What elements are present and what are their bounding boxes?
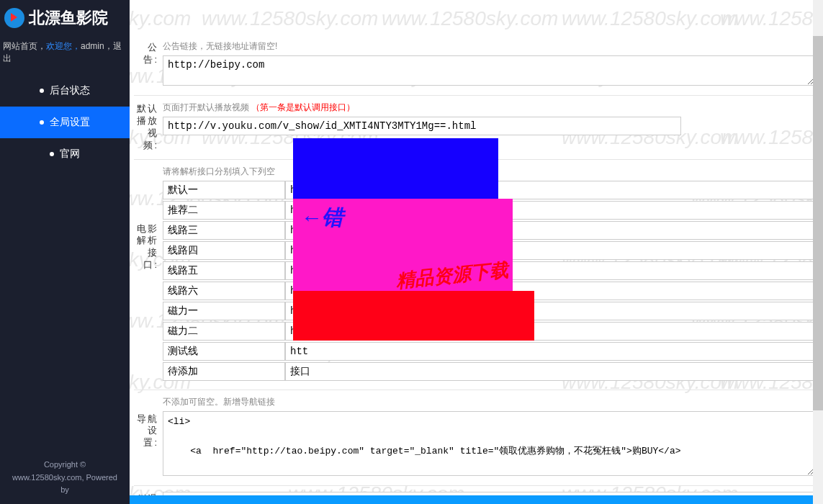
- parse-name-9[interactable]: [163, 362, 285, 381]
- nav-item-status[interactable]: 后台状态: [0, 75, 130, 107]
- nav-label: 后台状态: [50, 84, 90, 97]
- nav-setting-input[interactable]: [163, 411, 814, 476]
- default-video-help: 页面打开默认播放视频 （第一条是默认调用接口）: [163, 102, 814, 114]
- breadcrumb-home[interactable]: 网站首页，: [3, 41, 46, 51]
- nav-setting-help: 不添加可留空。新增导航链接: [163, 396, 814, 408]
- nav-label: 官网: [60, 148, 80, 161]
- bullet-icon: [40, 89, 44, 93]
- overlay-blue-block: [293, 138, 498, 199]
- footer-copyright: Copyright ©: [4, 459, 125, 472]
- breadcrumb: 网站首页，欢迎您，admin，退出: [0, 36, 130, 75]
- breadcrumb-user[interactable]: admin，: [81, 41, 113, 51]
- announce-input[interactable]: [163, 55, 814, 86]
- parse-name-4[interactable]: [163, 261, 285, 280]
- scroll-thumb[interactable]: [813, 36, 823, 410]
- breadcrumb-welcome: 欢迎您，: [46, 41, 81, 51]
- footer: Copyright © www.12580sky.com, Powered by: [0, 459, 130, 497]
- sidebar: 北漂鱼影院 网站首页，欢迎您，admin，退出 后台状态 全局设置 官网 Cop…: [0, 0, 130, 504]
- logo-text: 北漂鱼影院: [29, 7, 108, 29]
- logo-icon: [4, 8, 24, 28]
- parse-name-5[interactable]: [163, 282, 285, 300]
- announce-help: 公告链接，无链接地址请留空!: [163, 40, 814, 53]
- censor-overlay: ←错 精品资源下载: [293, 138, 534, 341]
- overlay-scribble-2: 精品资源下载: [395, 257, 510, 294]
- parse-name-7[interactable]: [163, 322, 285, 341]
- default-video-label: 默认播放视频:: [134, 102, 158, 152]
- footer-site: www.12580sky.com, Powered: [4, 472, 125, 485]
- parse-name-1[interactable]: [163, 201, 285, 220]
- parse-name-8[interactable]: [163, 342, 285, 361]
- parse-name-0[interactable]: [163, 181, 285, 199]
- default-video-input[interactable]: [163, 117, 681, 135]
- parse-label: 电影解析接口:: [134, 166, 158, 382]
- nav-label: 全局设置: [50, 116, 90, 129]
- overlay-magenta-block: ←错 精品资源下载: [293, 199, 513, 291]
- overlay-red-block: [293, 291, 534, 341]
- bullet-icon: [50, 152, 54, 156]
- parse-name-2[interactable]: [163, 221, 285, 240]
- logo: 北漂鱼影院: [0, 0, 130, 36]
- nav-item-global-settings[interactable]: 全局设置: [0, 107, 130, 138]
- vertical-scrollbar[interactable]: [813, 0, 823, 504]
- parse-url-9[interactable]: [285, 362, 814, 381]
- overlay-scribble-1: ←错: [300, 203, 343, 233]
- nav-setting-label: 导航设置:: [134, 396, 158, 478]
- nav-item-official-site[interactable]: 官网: [0, 138, 130, 170]
- parse-url-8[interactable]: [285, 342, 814, 361]
- announce-label: 公告:: [134, 40, 158, 88]
- bottom-progress-bar: [130, 495, 823, 504]
- parse-name-6[interactable]: [163, 302, 285, 320]
- parse-name-3[interactable]: [163, 241, 285, 260]
- bullet-icon: [40, 120, 44, 125]
- footer-by: by: [4, 484, 125, 497]
